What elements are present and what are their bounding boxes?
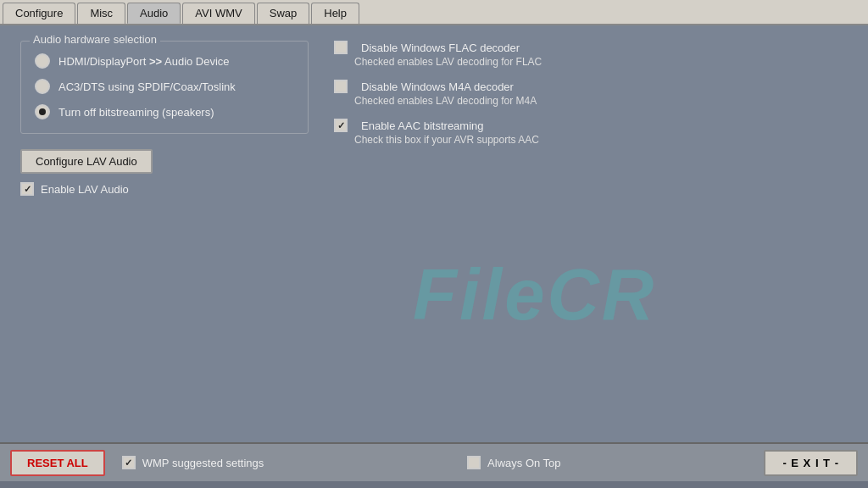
aac-option-title[interactable]: Enable AAC bitstreaming: [334, 119, 848, 132]
right-column: Disable Windows FLAC decoder Checked ena…: [334, 41, 848, 427]
always-on-top-row[interactable]: Always On Top: [467, 456, 560, 469]
flac-checkbox-label: Disable Windows FLAC decoder: [361, 42, 520, 54]
radio-hdmi[interactable]: HDMI/DisplayPort >> Audio Device: [35, 53, 294, 69]
main-content: Audio hardware selection HDMI/DisplayPor…: [0, 25, 868, 442]
aac-option-desc: Check this box if your AVR supports AAC: [354, 134, 848, 146]
m4a-checkbox[interactable]: [334, 80, 348, 93]
wmp-checkbox[interactable]: [122, 456, 136, 469]
m4a-option-title[interactable]: Disable Windows M4A decoder: [334, 80, 848, 93]
radio-ac3-circle: [35, 79, 50, 94]
m4a-option-block: Disable Windows M4A decoder Checked enab…: [334, 80, 848, 107]
tab-configure[interactable]: Configure: [3, 3, 75, 24]
flac-option-desc: Checked enables LAV decoding for FLAC: [354, 56, 848, 68]
tab-avi-wmv[interactable]: AVI WMV: [182, 3, 254, 24]
tab-bar: Configure Misc Audio AVI WMV Swap Help: [0, 0, 868, 25]
enable-lav-checkbox[interactable]: [20, 182, 34, 196]
m4a-option-desc: Checked enables LAV decoding for M4A: [354, 95, 848, 107]
reset-all-button[interactable]: RESET ALL: [10, 450, 105, 476]
m4a-checkbox-label: Disable Windows M4A decoder: [361, 80, 514, 93]
audio-hardware-legend: Audio hardware selection: [30, 33, 160, 46]
svg-text:FileCR: FileCR: [413, 254, 656, 332]
enable-lav-row[interactable]: Enable LAV Audio: [20, 182, 309, 196]
wmp-checkbox-row[interactable]: WMP suggested settings: [122, 456, 264, 469]
radio-turnoff-label: Turn off bitstreaming (speakers): [58, 106, 214, 119]
watermark-area: FileCR: [334, 166, 848, 427]
aac-checkbox-label: Enable AAC bitstreaming: [361, 119, 484, 132]
tab-help[interactable]: Help: [311, 3, 359, 24]
radio-hdmi-circle: [35, 53, 50, 69]
flac-checkbox[interactable]: [334, 41, 348, 54]
tab-misc[interactable]: Misc: [77, 3, 125, 24]
configure-lav-button[interactable]: Configure LAV Audio: [20, 149, 153, 174]
enable-lav-label: Enable LAV Audio: [41, 183, 129, 196]
flac-option-block: Disable Windows FLAC decoder Checked ena…: [334, 41, 848, 68]
watermark-text: FileCR: [413, 247, 769, 346]
exit-button[interactable]: - E X I T -: [764, 450, 858, 476]
radio-hdmi-label: HDMI/DisplayPort >> Audio Device: [58, 55, 230, 68]
tab-audio[interactable]: Audio: [127, 3, 181, 24]
left-column: Audio hardware selection HDMI/DisplayPor…: [20, 41, 309, 427]
always-on-top-checkbox[interactable]: [467, 456, 481, 469]
flac-option-title[interactable]: Disable Windows FLAC decoder: [334, 41, 848, 54]
bottom-bar: RESET ALL WMP suggested settings Always …: [0, 442, 868, 481]
radio-turnoff[interactable]: Turn off bitstreaming (speakers): [35, 104, 294, 119]
always-on-top-label: Always On Top: [487, 457, 560, 469]
radio-ac3-label: AC3/DTS using SPDIF/Coax/Toslink: [58, 80, 236, 93]
radio-turnoff-circle: [35, 104, 50, 119]
aac-checkbox[interactable]: [334, 119, 348, 132]
radio-ac3[interactable]: AC3/DTS using SPDIF/Coax/Toslink: [35, 79, 294, 94]
aac-option-block: Enable AAC bitstreaming Check this box i…: [334, 119, 848, 146]
tab-swap[interactable]: Swap: [257, 3, 310, 24]
audio-hardware-group: Audio hardware selection HDMI/DisplayPor…: [20, 41, 309, 134]
wmp-label: WMP suggested settings: [142, 457, 264, 469]
